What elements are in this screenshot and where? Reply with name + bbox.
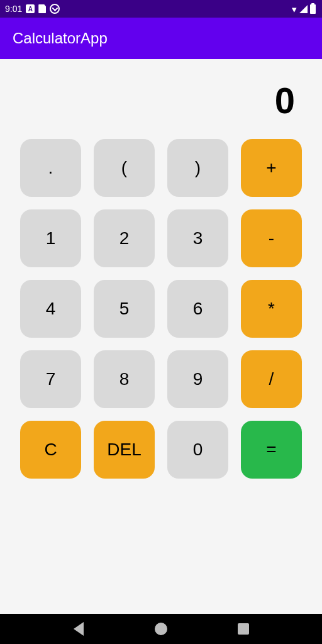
key-nine[interactable]: 9	[167, 350, 228, 408]
home-icon	[155, 623, 167, 635]
nav-recent-button[interactable]	[236, 622, 250, 636]
back-icon	[74, 622, 84, 636]
nav-home-button[interactable]	[154, 622, 168, 636]
cellular-icon	[299, 5, 308, 13]
app-bar: CalculatorApp	[0, 18, 322, 59]
key-open-paren[interactable]: (	[94, 139, 155, 197]
key-equals[interactable]: =	[241, 421, 302, 479]
key-three[interactable]: 3	[167, 209, 228, 267]
status-clock: 9:01	[5, 4, 22, 14]
key-five[interactable]: 5	[94, 280, 155, 338]
do-not-disturb-icon	[50, 4, 60, 14]
battery-icon	[310, 4, 316, 14]
key-close-paren[interactable]: )	[167, 139, 228, 197]
key-delete[interactable]: DEL	[94, 421, 155, 479]
key-multiply[interactable]: *	[241, 280, 302, 338]
app-title: CalculatorApp	[13, 30, 108, 47]
key-eight[interactable]: 8	[94, 350, 155, 408]
key-four[interactable]: 4	[20, 280, 81, 338]
status-bar: 9:01 A ▾	[0, 0, 322, 18]
key-plus[interactable]: +	[241, 139, 302, 197]
key-dot[interactable]: .	[20, 139, 81, 197]
key-clear[interactable]: C	[20, 421, 81, 479]
calculator-content: 0 . ( ) + 1 2 3 - 4 5 6 * 7 8 9 / C DEL …	[0, 59, 322, 479]
key-seven[interactable]: 7	[20, 350, 81, 408]
key-zero[interactable]: 0	[167, 421, 228, 479]
key-divide[interactable]: /	[241, 350, 302, 408]
calc-display: 0	[20, 59, 302, 133]
nav-back-button[interactable]	[72, 622, 86, 636]
key-minus[interactable]: -	[241, 209, 302, 267]
key-one[interactable]: 1	[20, 209, 81, 267]
recent-apps-icon	[238, 623, 249, 635]
status-right: ▾	[292, 4, 316, 14]
nav-bar	[0, 614, 322, 644]
key-two[interactable]: 2	[94, 209, 155, 267]
a-icon: A	[26, 4, 35, 13]
sd-card-icon	[38, 4, 46, 13]
status-left: 9:01 A	[5, 4, 60, 14]
wifi-icon: ▾	[292, 4, 297, 14]
keypad: . ( ) + 1 2 3 - 4 5 6 * 7 8 9 / C DEL 0 …	[20, 133, 302, 479]
key-six[interactable]: 6	[167, 280, 228, 338]
